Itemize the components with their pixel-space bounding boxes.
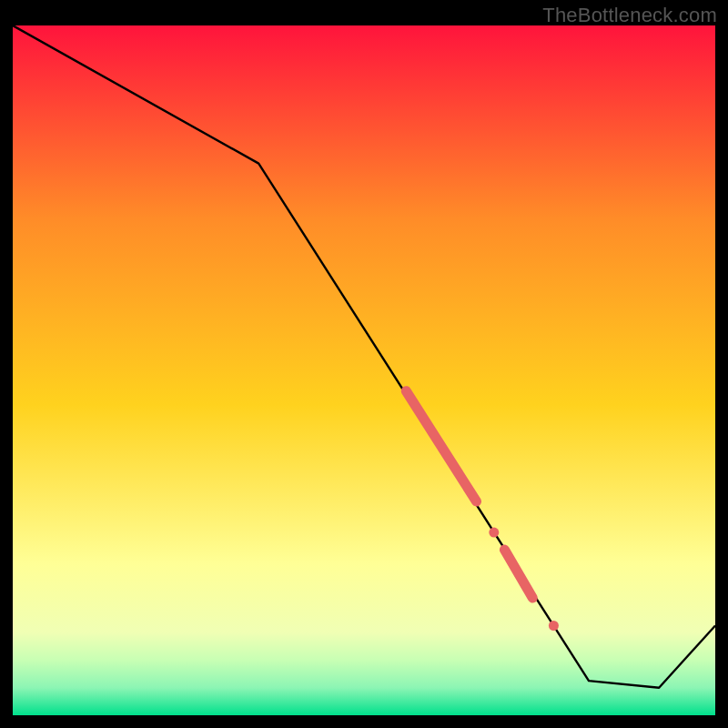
chart-container: TheBottleneck.com [0, 0, 728, 728]
pink-dot-1 [489, 528, 499, 538]
watermark-text: TheBottleneck.com [542, 4, 717, 27]
chart-svg [13, 25, 715, 715]
gradient-background [13, 25, 715, 715]
pink-dot-2 [549, 621, 559, 631]
plot-area [13, 25, 715, 715]
